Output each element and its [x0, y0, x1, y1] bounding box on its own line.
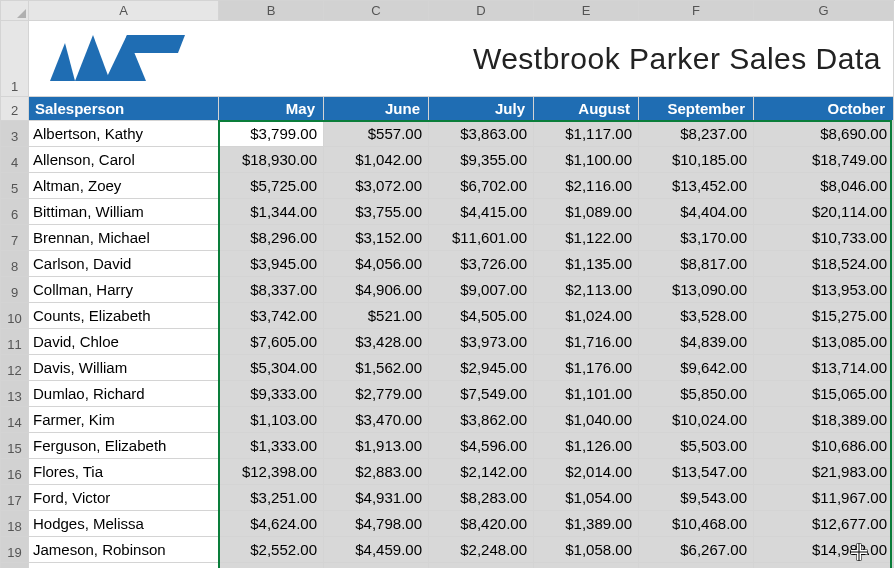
- col-header-A[interactable]: A: [29, 1, 219, 21]
- cell-value[interactable]: $3,470.00: [324, 407, 429, 433]
- cell-value[interactable]: $1,333.00: [219, 433, 324, 459]
- cell-value[interactable]: $11,601.00: [429, 225, 534, 251]
- cell-value[interactable]: $2,248.00: [429, 537, 534, 563]
- cell-value[interactable]: $4,404.00: [639, 199, 754, 225]
- cell-value[interactable]: $3,072.00: [324, 173, 429, 199]
- select-all-corner[interactable]: [1, 1, 29, 21]
- cell-name[interactable]: Carlson, David: [29, 251, 219, 277]
- cell-value[interactable]: $3,862.00: [429, 407, 534, 433]
- cell-value[interactable]: $4,415.00: [429, 199, 534, 225]
- cell-value[interactable]: $2,014.00: [534, 459, 639, 485]
- row-header-9[interactable]: 9: [1, 277, 29, 303]
- cell-value[interactable]: $521.00: [324, 303, 429, 329]
- cell-value[interactable]: $2,142.00: [429, 459, 534, 485]
- column-header[interactable]: June: [324, 97, 429, 121]
- cell-value[interactable]: $4,172.00: [324, 563, 429, 568]
- row-header-2[interactable]: 2: [1, 97, 29, 121]
- cell-value[interactable]: $1,562.00: [324, 355, 429, 381]
- cell-name[interactable]: Altman, Zoey: [29, 173, 219, 199]
- cell-value[interactable]: $1,054.00: [534, 485, 639, 511]
- row-header-4[interactable]: 4: [1, 147, 29, 173]
- cell-value[interactable]: $1,126.00: [534, 433, 639, 459]
- row-header-12[interactable]: 12: [1, 355, 29, 381]
- cell-name[interactable]: Ford, Victor: [29, 485, 219, 511]
- cell-value[interactable]: $14,982.00: [754, 537, 894, 563]
- cell-value[interactable]: $1,100.00: [534, 147, 639, 173]
- cell-value[interactable]: $1,389.00: [534, 511, 639, 537]
- col-header-C[interactable]: C: [324, 1, 429, 21]
- cell-value[interactable]: $1,058.00: [534, 537, 639, 563]
- cell-value[interactable]: $13,085.00: [754, 329, 894, 355]
- cell-value[interactable]: $18,749.00: [754, 147, 894, 173]
- cell-value[interactable]: $20,114.00: [754, 199, 894, 225]
- row-header-8[interactable]: 8: [1, 251, 29, 277]
- cell-value[interactable]: $2,116.00: [534, 173, 639, 199]
- cell-value[interactable]: $18,524.00: [754, 251, 894, 277]
- cell-value[interactable]: $3,428.00: [324, 329, 429, 355]
- col-header-B[interactable]: B: [219, 1, 324, 21]
- cell-value[interactable]: $9,007.00: [429, 277, 534, 303]
- cell-value[interactable]: $5,850.00: [639, 381, 754, 407]
- row-header-18[interactable]: 18: [1, 511, 29, 537]
- cell-value[interactable]: $8,420.00: [429, 511, 534, 537]
- cell-value[interactable]: $3,528.00: [639, 303, 754, 329]
- cell-value[interactable]: $1,913.00: [324, 433, 429, 459]
- cell-value[interactable]: $9,642.00: [639, 355, 754, 381]
- cell-value[interactable]: $12,398.00: [219, 459, 324, 485]
- cell-name[interactable]: Davis, William: [29, 355, 219, 381]
- column-header[interactable]: Salesperson: [29, 97, 219, 121]
- row-header-19[interactable]: 19: [1, 537, 29, 563]
- cell-value[interactable]: $4,459.00: [324, 537, 429, 563]
- spreadsheet-grid[interactable]: ABCDEFG1Westbrook Parker Sales Data2Sale…: [0, 0, 895, 568]
- cell-name[interactable]: Ferguson, Elizabeth: [29, 433, 219, 459]
- cell-name[interactable]: Kellerman, Frances: [29, 563, 219, 568]
- cell-value[interactable]: $15,065.00: [754, 381, 894, 407]
- cell-value[interactable]: $13,714.00: [754, 355, 894, 381]
- row-header-1[interactable]: 1: [1, 21, 29, 97]
- cell-name[interactable]: Jameson, Robinson: [29, 537, 219, 563]
- col-header-D[interactable]: D: [429, 1, 534, 21]
- cell-value[interactable]: $1,040.00: [534, 407, 639, 433]
- cell-value[interactable]: $3,755.00: [324, 199, 429, 225]
- cell-value[interactable]: $4,505.00: [429, 303, 534, 329]
- cell-value[interactable]: $8,283.00: [429, 485, 534, 511]
- cell-value[interactable]: $3,973.00: [429, 329, 534, 355]
- cell-value[interactable]: $3,742.00: [219, 303, 324, 329]
- cell-value[interactable]: $6,267.00: [639, 537, 754, 563]
- cell-value[interactable]: $2,779.00: [324, 381, 429, 407]
- cell-value[interactable]: $1,042.00: [324, 147, 429, 173]
- cell-value[interactable]: $3,799.00: [219, 121, 324, 147]
- cell-value[interactable]: $2,113.00: [534, 277, 639, 303]
- column-header[interactable]: July: [429, 97, 534, 121]
- col-header-G[interactable]: G: [754, 1, 894, 21]
- cell-value[interactable]: $4,906.00: [324, 277, 429, 303]
- cell-value[interactable]: $18,930.00: [219, 147, 324, 173]
- cell-value[interactable]: $1,117.00: [534, 121, 639, 147]
- row-header-6[interactable]: 6: [1, 199, 29, 225]
- cell-value[interactable]: $1,089.00: [534, 199, 639, 225]
- cell-value[interactable]: $4,624.00: [219, 511, 324, 537]
- row-header-7[interactable]: 7: [1, 225, 29, 251]
- cell-value[interactable]: $11,967.00: [754, 485, 894, 511]
- cell-value[interactable]: $4,931.00: [324, 485, 429, 511]
- cell-value[interactable]: $9,380.00: [754, 563, 894, 568]
- cell-value[interactable]: $11,074.00: [429, 563, 534, 568]
- cell-value[interactable]: $8,690.00: [754, 121, 894, 147]
- row-header-15[interactable]: 15: [1, 433, 29, 459]
- cell-value[interactable]: $10,024.00: [639, 407, 754, 433]
- cell-value[interactable]: $8,046.00: [754, 173, 894, 199]
- cell-value[interactable]: $15,275.00: [754, 303, 894, 329]
- row-header-3[interactable]: 3: [1, 121, 29, 147]
- column-header[interactable]: May: [219, 97, 324, 121]
- cell-value[interactable]: $10,733.00: [754, 225, 894, 251]
- cell-value[interactable]: $8,296.00: [219, 225, 324, 251]
- cell-value[interactable]: $1,716.00: [534, 329, 639, 355]
- cell-value[interactable]: $13,452.00: [639, 173, 754, 199]
- cell-value[interactable]: $13,547.00: [639, 459, 754, 485]
- cell-value[interactable]: $9,355.00: [429, 147, 534, 173]
- cell-value[interactable]: $8,237.00: [639, 121, 754, 147]
- cell-name[interactable]: Dumlao, Richard: [29, 381, 219, 407]
- row-header-14[interactable]: 14: [1, 407, 29, 433]
- cell-value[interactable]: $1,024.00: [534, 303, 639, 329]
- row-header-11[interactable]: 11: [1, 329, 29, 355]
